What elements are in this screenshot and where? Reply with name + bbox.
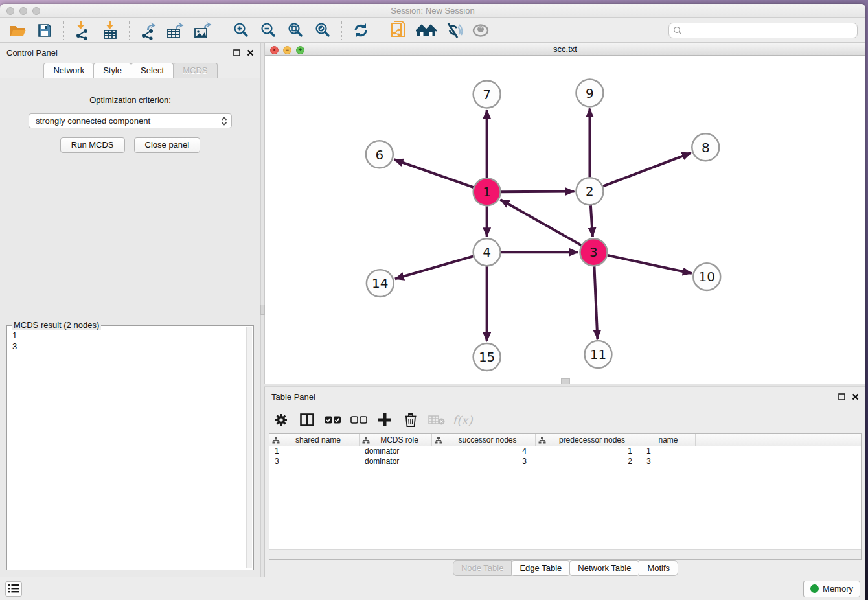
table-row[interactable]: 1 dominator 4 1 1 [269,446,861,457]
open-session-button[interactable] [5,20,30,41]
result-scrollbar[interactable] [246,327,252,568]
delete-column-button[interactable] [401,410,420,430]
table-hscrollbar[interactable] [269,549,861,559]
tab-motifs[interactable]: Motifs [639,560,678,576]
graph-edge-2-8[interactable] [603,152,691,186]
column-header-successor-nodes[interactable]: successor nodes [432,434,536,446]
window-title: Session: New Session [391,6,474,16]
zoom-fit-button[interactable] [283,20,308,41]
graph-edge-4-14[interactable] [395,256,474,279]
show-all-button[interactable] [468,20,493,41]
hide-selected-button[interactable] [441,20,466,41]
tab-select[interactable]: Select [131,63,174,78]
graph-edge-3-1[interactable] [501,200,582,245]
cell-predecessor-nodes[interactable]: 2 [536,457,641,467]
table-row[interactable]: 3 dominator 3 2 3 [269,457,861,467]
show-task-history-button[interactable] [5,581,22,597]
gear-icon [274,413,288,427]
import-table-button[interactable] [98,20,122,41]
select-all-columns-button[interactable] [323,410,343,430]
graph-edge-1-2[interactable] [501,191,575,192]
column-header-name[interactable]: name [641,434,696,446]
graph-node-label-3: 3 [589,244,598,260]
column-header-predecessor-nodes[interactable]: predecessor nodes [536,434,641,446]
memory-button[interactable]: Memory [803,581,860,597]
export-network-button[interactable] [136,20,161,41]
zoom-out-button[interactable] [256,20,280,41]
tab-network[interactable]: Network [43,63,94,78]
cell-successor-nodes[interactable]: 3 [432,457,536,467]
first-neighbors-button[interactable] [414,20,439,41]
unselect-all-columns-button[interactable] [349,410,369,430]
graph-node-label-14: 14 [372,275,388,291]
tab-edge-table[interactable]: Edge Table [511,560,570,576]
cell-successor-nodes[interactable]: 4 [432,446,536,457]
zoom-selected-button[interactable] [310,20,335,41]
tab-node-table[interactable]: Node Table [453,560,512,576]
new-network-from-selection-button[interactable] [387,20,411,41]
hierarchy-icon [435,437,442,444]
network-canvas[interactable]: 7968124314101511 [265,56,865,384]
splitter-grip[interactable] [260,305,265,315]
graph-edge-1-6[interactable] [394,159,473,187]
cell-mcds-role[interactable]: dominator [360,446,432,457]
export-image-button[interactable] [190,20,215,41]
network-close-button[interactable]: × [270,46,279,54]
create-column-button[interactable] [375,410,394,430]
apply-layout-button[interactable] [348,20,373,41]
control-panel-title: Control Panel [6,48,228,58]
save-session-button[interactable] [32,20,57,41]
toolbar-separator [222,21,222,40]
control-panel-header: Control Panel [0,43,260,62]
delete-table-icon [428,415,445,425]
network-window-titlebar[interactable]: × − + scc.txt [265,43,865,56]
tab-network-table[interactable]: Network Table [569,560,639,576]
network-minimize-button[interactable]: − [283,46,291,54]
table-panel-title: Table Panel [271,392,833,402]
zoom-in-button[interactable] [229,20,253,41]
zoom-fit-icon [287,22,304,39]
cell-name[interactable]: 3 [641,457,696,467]
float-panel-icon[interactable] [233,49,240,56]
cell-shared-name[interactable]: 3 [269,457,360,467]
network-maximize-button[interactable]: + [296,46,304,54]
cell-predecessor-nodes[interactable]: 1 [536,446,641,457]
column-header-mcds-role[interactable]: MCDS role [360,434,432,446]
close-panel-button[interactable]: Close panel [134,137,201,153]
network-view-window: × − + scc.txt 7968124314101511 [264,43,865,384]
function-builder-button[interactable]: f(x) [453,410,472,430]
graph-edge-3-11[interactable] [594,266,597,339]
column-header-shared-name[interactable]: shared name [269,434,360,446]
cell-mcds-role[interactable]: dominator [360,457,432,467]
search-input[interactable] [685,26,853,35]
export-network-icon [139,21,157,40]
import-network-button[interactable] [71,20,95,41]
mcds-result-text[interactable]: 1 3 [8,329,246,568]
close-panel-icon[interactable] [247,49,254,56]
table-settings-button[interactable] [271,410,291,430]
canvas-splitter-grip[interactable] [561,378,570,384]
application-window: Session: New Session [0,4,865,600]
cell-name[interactable]: 1 [641,446,696,457]
toolbar-separator [380,21,380,40]
float-panel-icon[interactable] [838,393,845,400]
zoom-window-button[interactable] [32,7,40,15]
open-folder-icon [9,23,27,38]
tab-style[interactable]: Style [93,63,131,78]
window-titlebar[interactable]: Session: New Session [0,4,865,18]
tab-mcds[interactable]: MCDS [173,63,217,78]
panel-splitter[interactable] [260,43,264,577]
criterion-select[interactable]: strongly connected component [29,113,232,128]
minimize-window-button[interactable] [19,7,27,15]
run-mcds-button[interactable]: Run MCDS [60,137,125,153]
show-column-panel-button[interactable] [297,410,317,430]
graph-edge-2-3[interactable] [591,205,593,237]
cell-shared-name[interactable]: 1 [269,446,360,457]
graph-edge-3-10[interactable] [608,255,692,273]
fx-icon: f(x) [453,413,473,427]
close-window-button[interactable] [6,7,14,15]
search-field[interactable] [668,23,858,38]
close-panel-icon[interactable] [852,393,859,400]
export-table-button[interactable] [163,20,188,41]
delete-table-button[interactable] [427,410,446,430]
